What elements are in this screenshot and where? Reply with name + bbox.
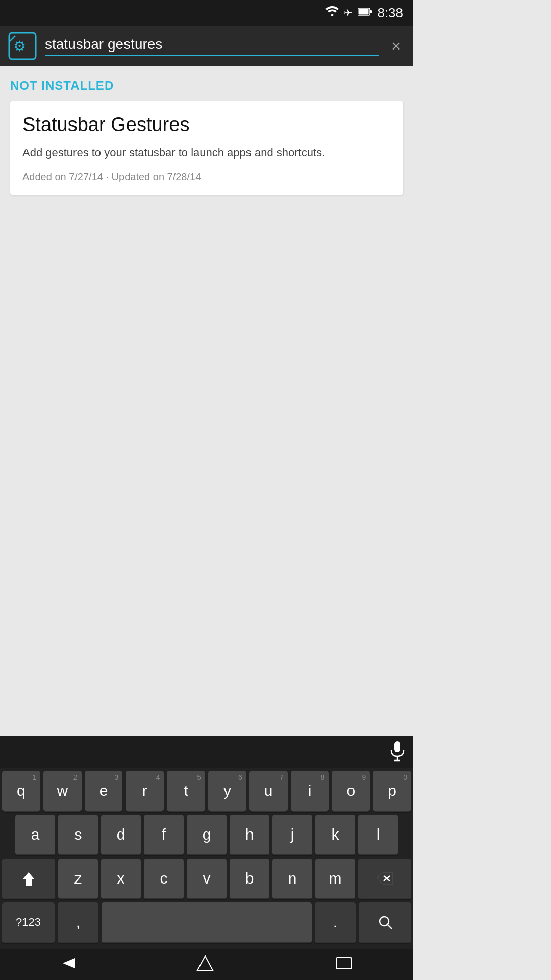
key-o[interactable]: 9o — [332, 771, 370, 812]
svg-line-13 — [388, 925, 392, 929]
svg-rect-1 — [370, 10, 372, 13]
result-meta: Added on 7/27/14 · Updated on 7/28/14 — [22, 171, 391, 183]
search-input[interactable] — [45, 36, 379, 53]
key-row-2: a s d f g h j k l — [2, 815, 411, 855]
bottom-nav — [0, 949, 413, 980]
key-m[interactable]: m — [315, 859, 355, 899]
result-card[interactable]: Statusbar Gestures Add gestures to your … — [10, 101, 403, 195]
key-shift[interactable] — [2, 859, 55, 899]
nav-back-button[interactable] — [51, 952, 85, 978]
key-row-1: 1q 2w 3e 4r 5t 6y 7u 8i 9o 0p — [2, 771, 411, 812]
airplane-icon: ✈ — [344, 7, 353, 19]
key-search[interactable] — [359, 902, 411, 943]
key-q[interactable]: 1q — [2, 771, 40, 812]
key-period[interactable]: . — [315, 902, 356, 943]
svg-marker-8 — [22, 872, 35, 885]
svg-rect-5 — [394, 741, 400, 752]
key-numbers[interactable]: ?123 — [2, 902, 55, 943]
search-input-wrapper[interactable] — [45, 36, 379, 56]
key-comma[interactable]: , — [58, 902, 98, 943]
key-u[interactable]: 7u — [249, 771, 288, 812]
result-description: Add gestures to your statusbar to launch… — [22, 144, 391, 161]
key-row-3: z x c v b n m — [2, 859, 411, 899]
key-g[interactable]: g — [187, 815, 227, 855]
content-area: NOT INSTALLED Statusbar Gestures Add ges… — [0, 66, 413, 207]
svg-marker-14 — [63, 958, 75, 968]
key-j[interactable]: j — [272, 815, 312, 855]
svg-text:⚙: ⚙ — [13, 38, 26, 54]
key-k[interactable]: k — [315, 815, 355, 855]
key-b[interactable]: b — [230, 859, 269, 899]
key-f[interactable]: f — [144, 815, 184, 855]
svg-marker-15 — [197, 956, 213, 970]
status-bar: ✈ 8:38 — [0, 0, 413, 26]
key-v[interactable]: v — [187, 859, 227, 899]
nav-home-button[interactable] — [186, 951, 224, 979]
key-z[interactable]: z — [58, 859, 98, 899]
result-title: Statusbar Gestures — [22, 113, 391, 137]
keyboard: 1q 2w 3e 4r 5t 6y 7u 8i 9o 0p a s d f g … — [0, 736, 413, 949]
status-time: 8:38 — [377, 5, 403, 21]
key-a[interactable]: a — [15, 815, 55, 855]
battery-icon — [358, 7, 372, 19]
key-y[interactable]: 6y — [208, 771, 246, 812]
nav-recents-button[interactable] — [325, 952, 363, 977]
key-t[interactable]: 5t — [167, 771, 205, 812]
keyboard-rows: 1q 2w 3e 4r 5t 6y 7u 8i 9o 0p a s d f g … — [0, 768, 413, 949]
status-icons: ✈ 8:38 — [325, 5, 403, 21]
svg-point-12 — [380, 917, 389, 926]
key-l[interactable]: l — [358, 815, 398, 855]
search-bar: ⚙ × — [0, 26, 413, 66]
key-x[interactable]: x — [101, 859, 141, 899]
wifi-icon — [325, 6, 339, 19]
key-s[interactable]: s — [58, 815, 98, 855]
keyboard-top-row — [0, 736, 413, 768]
svg-rect-16 — [336, 958, 352, 969]
key-e[interactable]: 3e — [85, 771, 123, 812]
key-i[interactable]: 8i — [291, 771, 329, 812]
key-space[interactable] — [102, 902, 312, 943]
key-row-4: ?123 , . — [2, 902, 411, 943]
key-backspace[interactable] — [358, 859, 411, 899]
section-label: NOT INSTALLED — [10, 79, 403, 93]
app-logo: ⚙ — [8, 32, 37, 60]
svg-rect-2 — [359, 9, 369, 14]
key-w[interactable]: 2w — [43, 771, 82, 812]
key-h[interactable]: h — [230, 815, 269, 855]
key-d[interactable]: d — [101, 815, 141, 855]
clear-button[interactable]: × — [387, 33, 405, 60]
key-n[interactable]: n — [272, 859, 312, 899]
key-p[interactable]: 0p — [373, 771, 411, 812]
key-c[interactable]: c — [144, 859, 184, 899]
mic-button[interactable] — [390, 741, 405, 766]
key-r[interactable]: 4r — [126, 771, 164, 812]
